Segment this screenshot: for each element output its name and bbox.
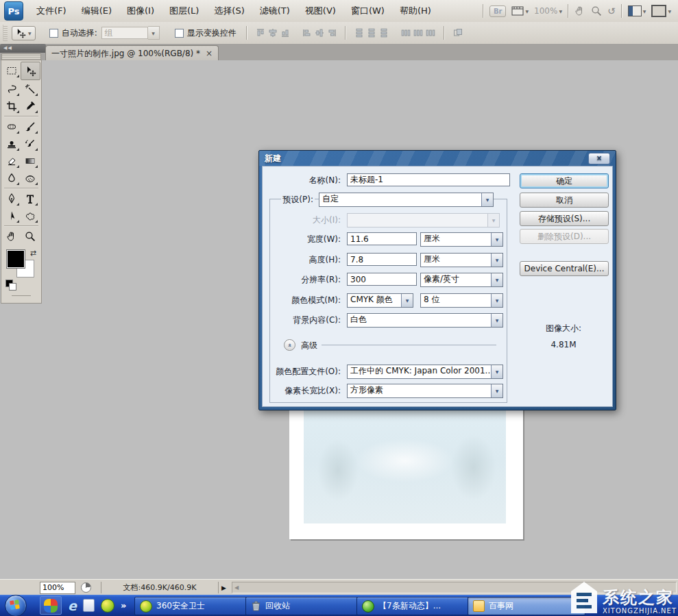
view-extras-button[interactable]: ▼ [511,6,529,16]
close-icon[interactable]: × [206,49,213,58]
preset-dropdown[interactable]: 自定 ▼ [319,193,494,207]
rectangular-marquee-tool[interactable] [2,62,21,79]
resolution-unit-dropdown[interactable]: 像素/英寸 ▼ [420,273,503,287]
name-input[interactable] [347,173,510,186]
align-left-icon[interactable] [302,28,312,38]
menu-item-image[interactable]: 图像(I) [119,0,162,22]
eraser-tool[interactable] [2,152,21,169]
photoshop-logo-icon[interactable]: Ps [4,1,23,21]
menu-item-filter[interactable]: 滤镜(T) [252,0,298,22]
taskbar-button-360[interactable]: 360安全卫士 [134,597,252,615]
foreground-color-swatch[interactable] [7,250,25,268]
taskbar-button-news[interactable]: 【7条新动态】... [356,597,474,615]
height-unit-dropdown[interactable]: 厘米 ▼ [420,253,503,267]
pixel-aspect-dropdown[interactable]: 方形像素 ▼ [347,384,503,398]
distribute-hcenter-icon[interactable] [413,28,423,38]
hand-tool-icon[interactable] [574,5,585,16]
align-right-icon[interactable] [327,28,337,38]
chevron-down-icon: ▼ [491,384,503,397]
pixel-aspect-value: 方形像素 [348,384,492,396]
auto-select-checkbox[interactable] [49,29,58,38]
healing-brush-tool[interactable] [2,118,21,135]
ok-button[interactable]: 确定 [520,173,609,188]
menu-item-help[interactable]: 帮助(H) [392,0,439,22]
distribute-left-icon[interactable] [401,28,411,38]
document-tab[interactable]: 一寸照片的制作.jpg @ 100%(RGB/8) * × [45,45,219,61]
menu-item-select[interactable]: 选择(S) [206,0,252,22]
taskbar-button-recycle-bin[interactable]: 回收站 [245,597,363,615]
hand-tool[interactable] [2,227,21,245]
dialog-title-bar[interactable]: 新建 × [259,151,616,166]
workspace-layout-button[interactable]: ▼ [628,5,646,16]
distribute-vcenter-icon[interactable] [367,28,376,38]
advanced-toggle-button[interactable]: « [284,339,295,351]
lasso-tool[interactable] [2,80,21,97]
rotate-view-icon[interactable]: ↺ [607,6,616,16]
align-bottom-icon[interactable] [280,28,290,38]
align-hcenter-icon[interactable] [315,28,324,38]
scroll-left-icon[interactable]: ◀ [234,584,239,591]
crop-tool[interactable] [2,97,21,114]
eyedropper-tool[interactable] [21,97,39,114]
align-top-icon[interactable] [256,28,265,38]
resolution-input[interactable] [347,273,417,286]
360-launcher-icon[interactable] [101,599,114,613]
type-tool[interactable] [21,190,39,207]
menu-item-window[interactable]: 窗口(W) [343,0,392,22]
menu-item-view[interactable]: 视图(V) [298,0,343,22]
gradient-tool[interactable] [21,152,39,169]
screen-mode-button[interactable]: ▼ [651,5,671,17]
status-zoom-input[interactable] [40,582,75,594]
background-contents-dropdown[interactable]: 白色 ▼ [347,313,503,328]
desktop-manager-launcher[interactable] [40,596,62,615]
device-central-button[interactable]: Device Central(E)... [520,261,609,276]
clone-stamp-tool[interactable] [2,135,21,152]
auto-select-dropdown[interactable]: 组 ▼ [101,26,160,40]
tool-grid: ⇄ [1,60,42,304]
bit-depth-dropdown[interactable]: 8 位 ▼ [420,293,503,308]
save-preset-button[interactable]: 存储预设(S)... [520,211,609,226]
color-mode-dropdown[interactable]: CMYK 颜色 ▼ [347,293,413,308]
toolbox-grip[interactable] [1,53,41,60]
zoom-tool[interactable] [21,227,39,245]
distribute-right-icon[interactable] [426,28,435,38]
collapse-panels-button[interactable]: ◀◀ [0,44,46,53]
color-profile-dropdown[interactable]: 工作中的 CMYK: Japan Color 2001... ▼ [347,365,503,379]
width-unit-dropdown[interactable]: 厘米 ▼ [420,232,503,247]
height-input[interactable] [347,253,417,266]
distribute-bottom-icon[interactable] [379,28,389,38]
magic-wand-tool[interactable] [21,80,39,97]
dialog-close-button[interactable]: × [588,153,610,164]
menu-item-edit[interactable]: 编辑(E) [74,0,119,22]
default-colors-icon[interactable] [5,280,13,287]
current-tool-button[interactable]: ▼ [12,26,36,40]
show-transform-checkbox[interactable] [175,29,184,38]
swap-colors-icon[interactable]: ⇄ [30,249,36,258]
internet-explorer-icon[interactable]: e [68,598,77,613]
distribute-top-icon[interactable] [354,28,364,38]
launch-bridge-button[interactable]: Br [489,5,507,17]
history-brush-tool[interactable] [21,135,39,152]
menu-item-file[interactable]: 文件(F) [29,0,74,22]
drag-grip[interactable] [3,25,8,41]
zoom-level-button[interactable]: 100% ▼ [534,6,562,16]
document-launcher-icon[interactable] [83,599,95,612]
dodge-tool[interactable] [21,169,39,186]
status-menu-arrow-icon[interactable]: ▶ [221,584,226,591]
pen-tool[interactable] [2,190,21,207]
blur-tool[interactable] [2,169,21,186]
width-input[interactable] [347,232,417,245]
menu-item-layer[interactable]: 图层(L) [162,0,206,22]
start-button[interactable] [5,595,27,616]
cancel-button[interactable]: 取消 [520,193,609,208]
custom-shape-tool[interactable] [21,207,39,224]
watermark-text: 系统之家 XITONGZHIJIA.NET [603,589,677,615]
quick-launch-overflow-icon[interactable]: » [121,600,126,611]
path-selection-tool[interactable] [2,207,21,224]
divider [444,26,445,40]
brush-tool[interactable] [21,118,39,135]
move-tool[interactable] [21,62,40,80]
zoom-tool-icon[interactable] [591,5,602,16]
align-vcenter-icon[interactable] [268,28,278,38]
auto-align-button[interactable] [453,28,463,38]
